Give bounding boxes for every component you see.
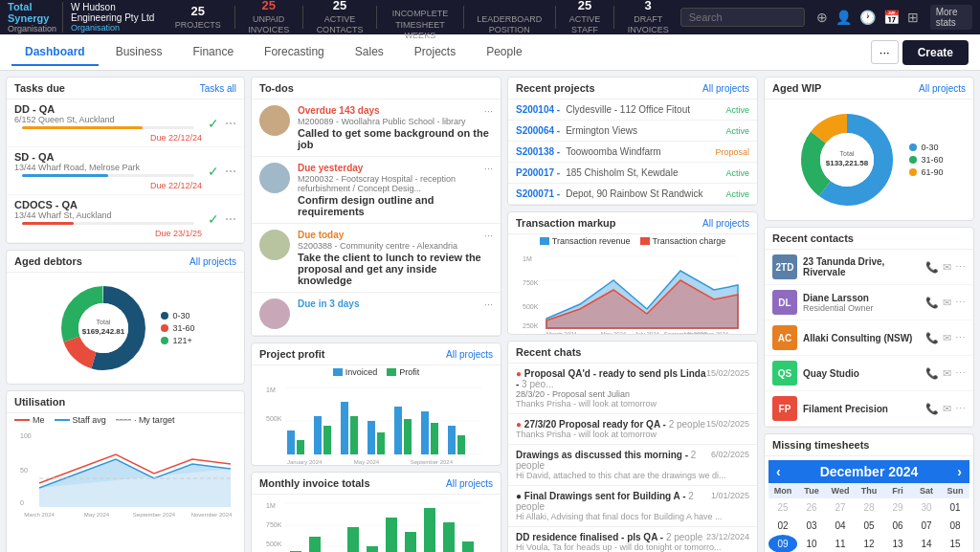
email-icon[interactable]: ✉ bbox=[943, 367, 951, 380]
cal-day[interactable]: 13 bbox=[883, 535, 912, 552]
phone-icon[interactable]: 📞 bbox=[925, 367, 939, 380]
recent-contacts-header: Recent contacts bbox=[765, 228, 973, 250]
cal-day[interactable]: 30 bbox=[912, 498, 941, 517]
task-menu-icon[interactable]: ⋯ bbox=[225, 165, 236, 178]
contact-row: FP Filament Precision 📞 ✉ ⋯ bbox=[765, 391, 973, 427]
tab-business[interactable]: Business bbox=[102, 39, 176, 66]
recent-projects-all-link[interactable]: All projects bbox=[702, 83, 749, 94]
task-menu-icon[interactable]: ⋯ bbox=[225, 212, 236, 226]
mid-right-column: Recent projects All projects S200104 - C… bbox=[507, 77, 758, 552]
map-icon[interactable]: ⊕ bbox=[816, 10, 828, 25]
phone-icon[interactable]: 📞 bbox=[925, 261, 939, 274]
email-icon[interactable]: ✉ bbox=[943, 332, 951, 344]
svg-text:May 2024: May 2024 bbox=[84, 512, 110, 518]
todo-menu-icon[interactable]: ··· bbox=[484, 163, 493, 174]
logo: Total Synergy Organisation bbox=[8, 1, 56, 33]
tab-forecasting[interactable]: Forecasting bbox=[251, 39, 338, 66]
aged-debtors-panel: Aged debtors All projects Total $169,242… bbox=[6, 250, 245, 385]
monthly-invoice-all-link[interactable]: All projects bbox=[446, 478, 493, 489]
grid-icon[interactable]: ⊞ bbox=[907, 10, 919, 25]
task-complete-icon[interactable]: ✓ bbox=[208, 164, 219, 179]
cal-day[interactable]: 10 bbox=[797, 535, 826, 552]
calendar-icon[interactable]: 📅 bbox=[883, 10, 900, 25]
email-icon[interactable]: ✉ bbox=[943, 297, 951, 309]
more-icon[interactable]: ⋯ bbox=[955, 261, 966, 274]
mid-left-column: To-dos Overdue 143 days ··· M200089 - Wo… bbox=[251, 77, 501, 552]
tab-sales[interactable]: Sales bbox=[342, 39, 397, 66]
cal-day-header: Thu bbox=[855, 483, 883, 498]
project-row: S200138 - Toowoomba Windfarm Proposal bbox=[508, 142, 757, 163]
tab-projects[interactable]: Projects bbox=[401, 39, 469, 66]
cal-day[interactable]: 02 bbox=[768, 517, 797, 535]
right-column: Aged WIP All projects Total $133,221.58 … bbox=[764, 77, 974, 552]
contact-avatar: 2TD bbox=[772, 254, 797, 279]
cal-day[interactable]: 26 bbox=[797, 498, 826, 517]
aged-debtors-legend: 0-30 31-60 121+ bbox=[161, 311, 194, 345]
transaction-markup-chart: 1M 750K 500K 250K March 2024 May 2024 Ju… bbox=[508, 248, 757, 334]
search-area[interactable] bbox=[680, 8, 805, 27]
create-button[interactable]: Create bbox=[902, 40, 969, 65]
svg-rect-30 bbox=[431, 423, 438, 454]
aged-debtors-all-link[interactable]: All projects bbox=[189, 256, 236, 267]
more-icon[interactable]: ⋯ bbox=[955, 332, 966, 344]
cal-day[interactable]: 28 bbox=[855, 498, 883, 517]
transaction-markup-all-link[interactable]: All projects bbox=[702, 218, 749, 229]
cal-day[interactable]: 08 bbox=[941, 517, 969, 535]
svg-text:1M: 1M bbox=[266, 386, 276, 393]
email-icon[interactable]: ✉ bbox=[943, 261, 951, 274]
cal-day-today[interactable]: 09 bbox=[768, 535, 797, 552]
todo-menu-icon[interactable]: ··· bbox=[484, 230, 493, 241]
cal-day[interactable]: 11 bbox=[826, 535, 855, 552]
task-complete-icon[interactable]: ✓ bbox=[208, 211, 219, 227]
cal-prev-button[interactable]: ‹ bbox=[776, 464, 781, 479]
clock-icon[interactable]: 🕐 bbox=[859, 10, 876, 25]
cal-day[interactable]: 15 bbox=[941, 535, 969, 552]
cal-day[interactable]: 03 bbox=[797, 517, 826, 535]
cal-day[interactable]: 25 bbox=[768, 498, 797, 517]
svg-text:0: 0 bbox=[20, 499, 24, 506]
todo-menu-icon[interactable]: ··· bbox=[484, 105, 493, 117]
phone-icon[interactable]: 📞 bbox=[925, 332, 939, 344]
phone-icon[interactable]: 📞 bbox=[925, 403, 939, 415]
svg-text:500K: 500K bbox=[523, 303, 539, 310]
nav-more-button[interactable]: ··· bbox=[871, 40, 899, 64]
cal-day[interactable]: 05 bbox=[855, 517, 883, 535]
svg-text:$133,221.58: $133,221.58 bbox=[826, 159, 869, 167]
svg-text:September 2024: September 2024 bbox=[133, 512, 176, 518]
cal-day[interactable]: 07 bbox=[912, 517, 941, 535]
tab-finance[interactable]: Finance bbox=[179, 39, 247, 66]
project-profit-all-link[interactable]: All projects bbox=[446, 349, 493, 360]
more-icon[interactable]: ⋯ bbox=[955, 403, 966, 415]
person-icon[interactable]: 👤 bbox=[835, 10, 852, 25]
cal-next-button[interactable]: › bbox=[957, 464, 962, 479]
cal-day[interactable]: 29 bbox=[883, 498, 912, 517]
todo-menu-icon[interactable]: ··· bbox=[484, 298, 493, 310]
cal-day[interactable]: 14 bbox=[912, 535, 941, 552]
tab-dashboard[interactable]: Dashboard bbox=[11, 39, 99, 66]
monthly-invoice-header: Monthly invoice totals All projects bbox=[252, 473, 501, 495]
task-menu-icon[interactable]: ⋯ bbox=[225, 117, 236, 130]
task-complete-icon[interactable]: ✓ bbox=[208, 116, 219, 131]
cal-day[interactable]: 12 bbox=[855, 535, 883, 552]
monthly-invoice-chart: 1M 750K 500K 250K bbox=[252, 495, 501, 552]
aged-wip-all-link[interactable]: All projects bbox=[919, 83, 966, 94]
more-icon[interactable]: ⋯ bbox=[955, 297, 966, 309]
email-icon[interactable]: ✉ bbox=[943, 403, 951, 415]
tasks-all-link[interactable]: Tasks all bbox=[200, 83, 236, 94]
more-stats-button[interactable]: More stats bbox=[930, 5, 972, 30]
cal-day[interactable]: 06 bbox=[883, 517, 912, 535]
cal-day[interactable]: 01 bbox=[941, 498, 969, 517]
cal-day[interactable]: 27 bbox=[826, 498, 855, 517]
phone-icon[interactable]: 📞 bbox=[925, 297, 939, 309]
svg-rect-22 bbox=[323, 426, 331, 454]
calendar-grid: Mon Tue Wed Thu Fri Sat Sun 25 26 27 28 … bbox=[768, 483, 969, 552]
svg-text:500K: 500K bbox=[266, 541, 282, 547]
svg-rect-52 bbox=[443, 522, 455, 552]
more-icon[interactable]: ⋯ bbox=[955, 367, 966, 380]
svg-text:September 2024: September 2024 bbox=[411, 459, 454, 465]
cal-day[interactable]: 04 bbox=[826, 517, 855, 535]
svg-text:November 2024: November 2024 bbox=[191, 512, 233, 518]
stat-projects: 25 PROJECTS bbox=[175, 4, 221, 32]
tab-people[interactable]: People bbox=[473, 39, 535, 66]
search-input[interactable] bbox=[680, 8, 805, 27]
